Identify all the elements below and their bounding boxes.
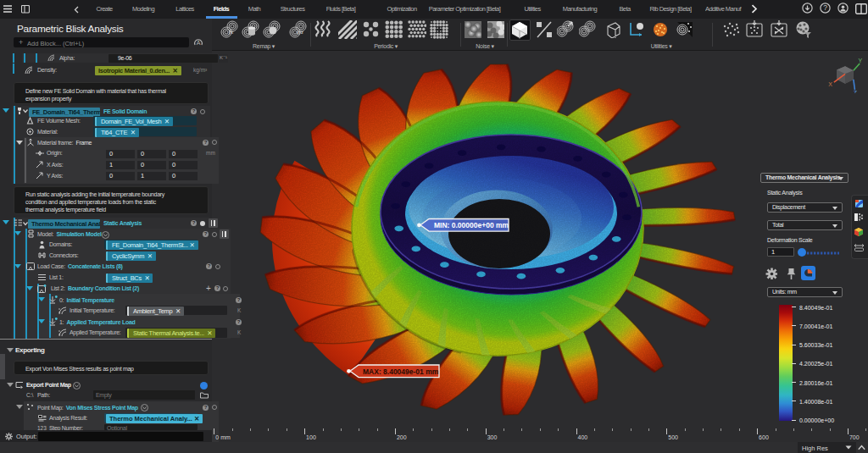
svg-text:?: ? [823, 3, 827, 12]
svg-text:xyz: xyz [296, 30, 303, 35]
svg-text:MIN: 0.00000e+00 mm: MIN: 0.00000e+00 mm [434, 221, 509, 229]
svg-text:Y: Y [859, 58, 863, 64]
svg-text:MAX: 8.40049e-01 mm: MAX: 8.40049e-01 mm [363, 367, 439, 376]
svg-text:Z: Z [854, 90, 858, 93]
svg-text:X: X [828, 81, 832, 87]
svg-text:A: A [197, 40, 201, 46]
svg-text:fx: fx [229, 29, 234, 36]
